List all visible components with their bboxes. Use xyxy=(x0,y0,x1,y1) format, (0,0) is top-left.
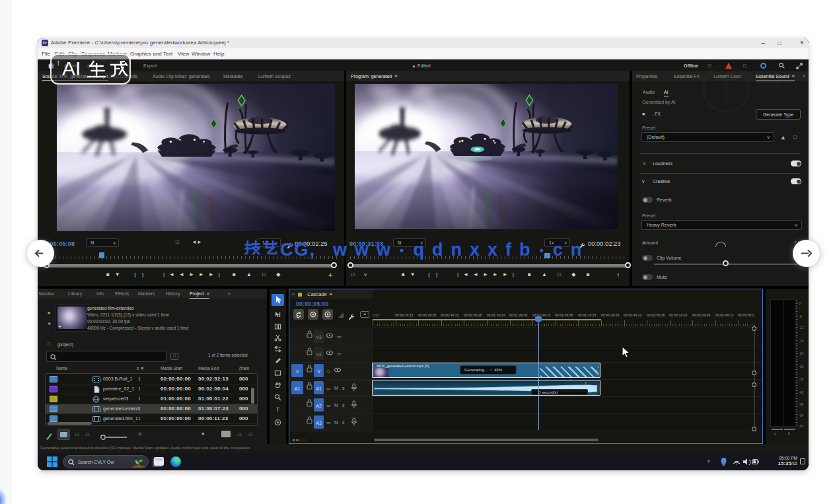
svg-text:V: V xyxy=(317,369,320,374)
svg-text:▭: ▭ xyxy=(326,369,331,373)
svg-text:▭: ▭ xyxy=(326,386,331,390)
svg-text:A1: A1 xyxy=(295,386,301,391)
svg-text:s: s xyxy=(342,386,345,390)
svg-text:M: M xyxy=(334,403,338,408)
svg-text:V: V xyxy=(296,369,299,374)
svg-text:M: M xyxy=(334,420,338,425)
svg-text:▭: ▭ xyxy=(326,403,331,408)
svg-text:M: M xyxy=(334,386,338,390)
svg-text:A1: A1 xyxy=(316,386,322,391)
svg-text:s: s xyxy=(342,403,345,408)
svg-text:V3: V3 xyxy=(316,335,322,340)
svg-text:V2: V2 xyxy=(316,352,322,357)
svg-text:A3: A3 xyxy=(316,421,322,425)
svg-text:▭: ▭ xyxy=(337,334,342,339)
svg-text:A2: A2 xyxy=(316,404,322,408)
svg-text:s: s xyxy=(342,420,345,425)
svg-text:AALB: AALB xyxy=(752,78,809,103)
svg-text:▭: ▭ xyxy=(337,351,342,356)
svg-text:▭: ▭ xyxy=(326,420,331,425)
